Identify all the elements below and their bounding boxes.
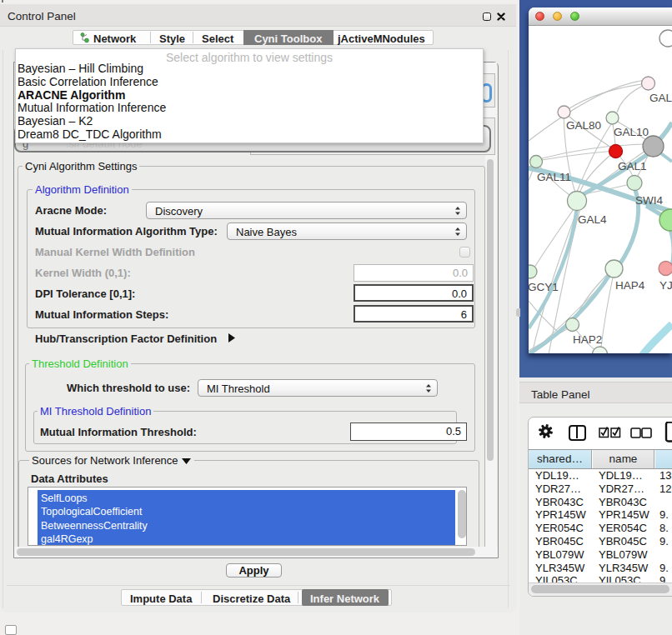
svg-text:YJR: YJR	[659, 279, 672, 292]
svg-text:HAP4: HAP4	[615, 279, 645, 292]
svg-text:GAL7: GAL7	[649, 92, 672, 104]
svg-text:HAP2: HAP2	[573, 333, 602, 346]
svg-text:GAL80: GAL80	[566, 119, 601, 132]
svg-text:GCY1: GCY1	[529, 281, 559, 293]
svg-text:GAL1: GAL1	[618, 160, 647, 172]
svg-text:SWI4: SWI4	[635, 194, 663, 207]
svg-text:GAL10: GAL10	[614, 126, 649, 138]
svg-text:GAL4: GAL4	[578, 213, 607, 226]
svg-text:GAL11: GAL11	[537, 171, 571, 183]
